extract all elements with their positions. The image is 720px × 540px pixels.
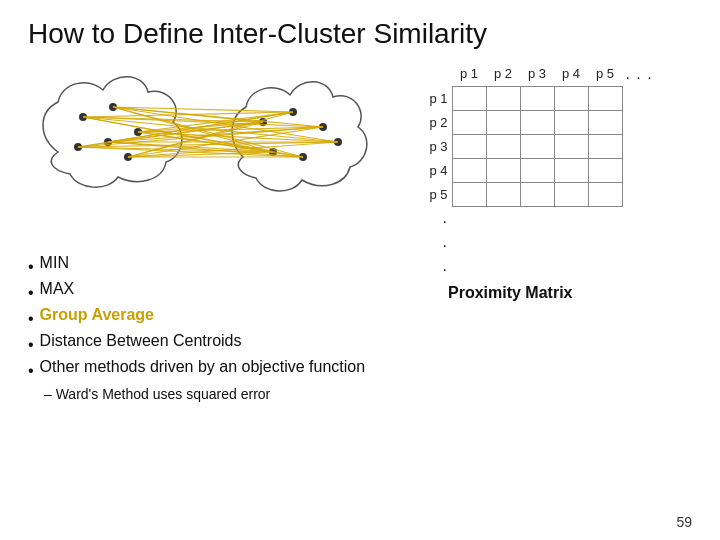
cell-1-5 [588,86,622,110]
row-dots [622,182,656,206]
bullet-dot: • [28,362,34,380]
table-row-dots: . [418,230,656,254]
row-dots-label: . [418,206,452,230]
table-row: p 1 [418,86,656,110]
col-header-p2: p 2 [486,62,520,86]
spacer-cell [452,206,622,230]
proximity-matrix-table: p 1 p 2 p 3 p 4 p 5 . . . p 1 [418,62,656,278]
table-row: p 5 [418,182,656,206]
row-dots [622,134,656,158]
spacer-cell [452,254,622,278]
bullet-dot: • [28,258,34,276]
list-item-min: • MIN [28,254,408,276]
cell-3-3 [520,134,554,158]
page-number: 59 [676,514,692,530]
group-average-text: Group Average [40,306,154,324]
row-label-p2: p 2 [418,110,452,134]
cell-4-5 [588,158,622,182]
cell-1-3 [520,86,554,110]
cell-5-3 [520,182,554,206]
cluster-diagram [28,62,388,242]
col-header-p3: p 3 [520,62,554,86]
table-row: p 2 [418,110,656,134]
cell-2-3 [520,110,554,134]
table-row-dots: . [418,254,656,278]
col-header-dots: . . . [622,62,656,86]
list-item-other-methods: • Other methods driven by an objective f… [28,358,408,380]
cell-3-1 [452,134,486,158]
corner-cell [418,62,452,86]
left-section: • MIN • MAX • Group Average • Distance B… [28,62,408,402]
col-header-p1: p 1 [452,62,486,86]
cell-4-3 [520,158,554,182]
cell-3-5 [588,134,622,158]
bullet-text: Distance Between Centroids [40,332,242,350]
cell-4-1 [452,158,486,182]
table-row: p 3 [418,134,656,158]
row-label-p4: p 4 [418,158,452,182]
spacer-cell [452,230,622,254]
cell-1-1 [452,86,486,110]
table-row: p 4 [418,158,656,182]
cell-5-5 [588,182,622,206]
list-item-distance-centroids: • Distance Between Centroids [28,332,408,354]
table-row-dots: . [418,206,656,230]
cell-5-1 [452,182,486,206]
content-area: • MIN • MAX • Group Average • Distance B… [28,62,692,402]
list-item-group-average: • Group Average [28,306,408,328]
matrix-wrap: p 1 p 2 p 3 p 4 p 5 . . . p 1 [418,62,656,302]
svg-line-14 [83,117,323,127]
row-label-p1: p 1 [418,86,452,110]
right-section: p 1 p 2 p 3 p 4 p 5 . . . p 1 [408,62,692,302]
row-label-p3: p 3 [418,134,452,158]
slide: How to Define Inter-Cluster Similarity [0,0,720,540]
bullet-dot: • [28,336,34,354]
cell-4-4 [554,158,588,182]
cell-5-4 [554,182,588,206]
bullet-dot: • [28,310,34,328]
cell-2-1 [452,110,486,134]
bullet-list: • MIN • MAX • Group Average • Distance B… [28,254,408,384]
row-dots [622,86,656,110]
sub-bullet: – Ward's Method uses squared error [44,386,408,402]
cell-2-5 [588,110,622,134]
cell-4-2 [486,158,520,182]
bullet-text: MIN [40,254,69,272]
cell-2-2 [486,110,520,134]
row-dots [622,158,656,182]
bullet-dot: • [28,284,34,302]
bullet-text: MAX [40,280,75,298]
bullet-text: Other methods driven by an objective fun… [40,358,366,376]
diagram-area [28,62,388,242]
cell-1-4 [554,86,588,110]
col-header-p5: p 5 [588,62,622,86]
col-header-p4: p 4 [554,62,588,86]
row-dots-label: . [418,254,452,278]
row-dots-label: . [418,230,452,254]
cell-1-2 [486,86,520,110]
cell-2-4 [554,110,588,134]
row-label-p5: p 5 [418,182,452,206]
cell-3-4 [554,134,588,158]
row-dots [622,110,656,134]
slide-title: How to Define Inter-Cluster Similarity [28,18,692,50]
proximity-matrix-label: Proximity Matrix [448,284,656,302]
cell-5-2 [486,182,520,206]
cell-3-2 [486,134,520,158]
list-item-max: • MAX [28,280,408,302]
